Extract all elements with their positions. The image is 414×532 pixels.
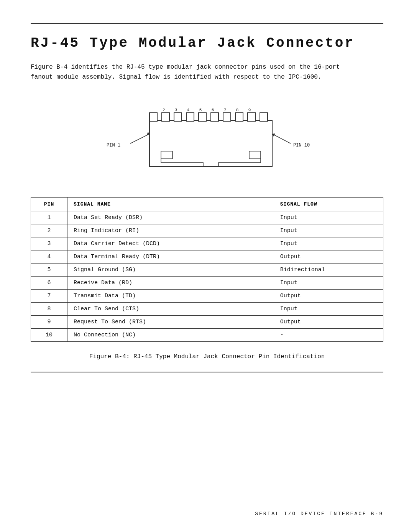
table-cell-pin: 8 — [31, 303, 67, 316]
figure-caption: Figure B-4: RJ-45 Type Modular Jack Conn… — [31, 353, 383, 360]
diagram-container: PIN 1 PIN 10 — [31, 97, 383, 182]
table-row: 7Transmit Data (TD)Output — [31, 290, 383, 303]
svg-rect-13 — [248, 113, 255, 121]
svg-rect-23 — [161, 151, 172, 159]
svg-text:7: 7 — [224, 108, 227, 112]
table-cell-pin: 1 — [31, 211, 67, 224]
svg-rect-14 — [260, 113, 268, 121]
pin-1-label: PIN 1 — [107, 143, 120, 148]
table-cell-signal-name: Receive Data (RD) — [67, 277, 274, 290]
svg-text:4: 4 — [187, 108, 190, 112]
svg-rect-4 — [150, 120, 272, 166]
table-row: 10No Connection (NC)- — [31, 329, 383, 342]
table-cell-signal-flow: Output — [274, 316, 383, 329]
svg-text:9: 9 — [248, 108, 251, 112]
svg-text:6: 6 — [212, 108, 214, 112]
svg-rect-11 — [223, 113, 231, 121]
table-row: 5Signal Ground (SG)Bidirectional — [31, 264, 383, 277]
svg-text:2: 2 — [163, 108, 165, 112]
top-rule — [31, 23, 383, 24]
svg-line-2 — [272, 134, 291, 143]
svg-rect-8 — [186, 113, 194, 121]
table-header-signal-flow: SIGNAL FLOW — [274, 198, 383, 211]
table-cell-signal-flow: Input — [274, 211, 383, 224]
table-cell-pin: 5 — [31, 264, 67, 277]
table-cell-signal-flow: Output — [274, 250, 383, 264]
table-row: 9Request To Send (RTS)Output — [31, 316, 383, 329]
svg-rect-12 — [235, 113, 243, 121]
table-cell-signal-flow: Input — [274, 303, 383, 316]
table-header-signal-name: SIGNAL NAME — [67, 198, 274, 211]
table-cell-signal-name: Ring Indicator (RI) — [67, 224, 274, 237]
table-cell-signal-name: Data Set Ready (DSR) — [67, 211, 274, 224]
svg-text:3: 3 — [175, 108, 177, 112]
table-row: 8Clear To Send (CTS)Input — [31, 303, 383, 316]
svg-rect-5 — [150, 113, 157, 121]
table-cell-signal-flow: Bidirectional — [274, 264, 383, 277]
svg-rect-7 — [174, 113, 182, 121]
table-cell-pin: 7 — [31, 290, 67, 303]
table-cell-pin: 6 — [31, 277, 67, 290]
table-cell-signal-name: Data Carrier Detect (DCD) — [67, 237, 274, 250]
table-row: 4Data Terminal Ready (DTR)Output — [31, 250, 383, 264]
table-cell-signal-flow: Input — [274, 277, 383, 290]
intro-text: Figure B-4 identifies the RJ-45 type mod… — [31, 63, 345, 82]
svg-rect-6 — [162, 113, 169, 121]
table-cell-signal-name: No Connection (NC) — [67, 329, 274, 342]
table-cell-signal-name: Data Terminal Ready (DTR) — [67, 250, 274, 264]
table-cell-pin: 3 — [31, 237, 67, 250]
footer-text: SERIAL I/O DEVICE INTERFACE B-9 — [255, 511, 383, 517]
table-cell-pin: 4 — [31, 250, 67, 264]
svg-rect-9 — [199, 113, 206, 121]
table-cell-signal-name: Signal Ground (SG) — [67, 264, 274, 277]
table-cell-pin: 10 — [31, 329, 67, 342]
pin-table: PIN SIGNAL NAME SIGNAL FLOW 1Data Set Re… — [31, 197, 383, 342]
table-cell-signal-flow: Output — [274, 290, 383, 303]
page-title: RJ-45 Type Modular Jack Connector — [31, 35, 383, 51]
page: RJ-45 Type Modular Jack Connector Figure… — [0, 0, 414, 532]
table-cell-signal-name: Request To Send (RTS) — [67, 316, 274, 329]
table-header-pin: PIN — [31, 198, 67, 211]
table-cell-signal-flow: Input — [274, 237, 383, 250]
svg-text:5: 5 — [199, 108, 202, 112]
bottom-rule — [31, 372, 383, 372]
table-row: 2Ring Indicator (RI)Input — [31, 224, 383, 237]
table-cell-signal-name: Clear To Send (CTS) — [67, 303, 274, 316]
table-cell-pin: 9 — [31, 316, 67, 329]
svg-text:8: 8 — [236, 108, 239, 112]
table-row: 3Data Carrier Detect (DCD)Input — [31, 237, 383, 250]
table-cell-signal-name: Transmit Data (TD) — [67, 290, 274, 303]
pin-10-label: PIN 10 — [293, 143, 310, 148]
connector-diagram: PIN 1 PIN 10 — [73, 101, 341, 178]
table-row: 1Data Set Ready (DSR)Input — [31, 211, 383, 224]
table-cell-pin: 2 — [31, 224, 67, 237]
svg-rect-24 — [249, 151, 261, 159]
table-cell-signal-flow: Input — [274, 224, 383, 237]
table-cell-signal-flow: - — [274, 329, 383, 342]
svg-line-0 — [130, 134, 150, 143]
table-row: 6Receive Data (RD)Input — [31, 277, 383, 290]
svg-rect-10 — [211, 113, 219, 121]
